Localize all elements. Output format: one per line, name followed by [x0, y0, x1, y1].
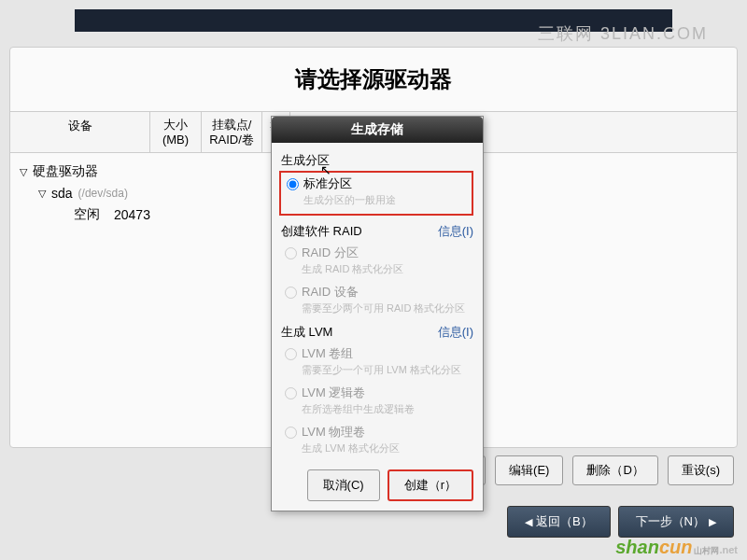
radio-lvm-vg-desc: 需要至少一个可用 LVM 格式化分区	[281, 363, 473, 382]
section-raid: 创建软件 RAID	[281, 223, 362, 240]
header-device: 设备	[10, 112, 150, 152]
radio-lvm-pv[interactable]: LVM 物理卷	[281, 421, 473, 441]
radio-raid-device-input[interactable]	[285, 287, 297, 299]
radio-raid-partition[interactable]: RAID 分区	[281, 242, 473, 262]
radio-standard-input[interactable]	[287, 178, 299, 190]
modal-title: 生成存储	[272, 117, 483, 143]
radio-lvm-pv-desc: 生成 LVM 格式化分区	[281, 441, 473, 460]
tree-free-label: 空闲	[74, 206, 100, 223]
radio-lvm-lv-label: LVM 逻辑卷	[302, 385, 365, 401]
section-partition: 生成分区	[281, 148, 473, 171]
create-storage-modal: 生成存储 生成分区 标准分区 生成分区的一般用途 创建软件 RAID 信息(I)…	[271, 116, 484, 511]
tree-free-size: 20473	[114, 207, 150, 222]
modal-cancel-button[interactable]: 取消(C)	[307, 469, 380, 501]
back-button[interactable]: 返回（B）	[507, 506, 611, 538]
header-size: 大小 (MB)	[150, 112, 202, 152]
radio-lvm-pv-label: LVM 物理卷	[302, 424, 365, 441]
lvm-info-link[interactable]: 信息(I)	[438, 324, 473, 341]
next-button[interactable]: 下一步（N）	[618, 506, 734, 538]
radio-raid-partition-desc: 生成 RAID 格式化分区	[281, 262, 473, 281]
raid-info-link[interactable]: 信息(I)	[438, 223, 473, 240]
delete-button[interactable]: 删除（D）	[572, 455, 657, 485]
radio-lvm-lv[interactable]: LVM 逻辑卷	[281, 382, 473, 402]
highlight-standard: 标准分区 生成分区的一般用途	[279, 171, 473, 216]
tree-disk-label: sda	[51, 186, 73, 201]
radio-raid-device-label: RAID 设备	[302, 284, 359, 301]
radio-raid-device-desc: 需要至少两个可用 RAID 格式化分区	[281, 301, 473, 320]
header-mount: 挂载点/ RAID/卷	[202, 112, 262, 152]
radio-lvm-vg-input[interactable]	[285, 348, 297, 360]
watermark-bottom: shancun山村网.net	[615, 537, 738, 558]
chevron-down-icon[interactable]: ▽	[20, 166, 33, 178]
radio-raid-partition-label: RAID 分区	[302, 245, 359, 261]
reset-button[interactable]: 重设(s)	[668, 455, 734, 485]
radio-standard-label: 标准分区	[303, 175, 352, 192]
nav-buttons: 返回（B） 下一步（N）	[507, 506, 734, 538]
tree-root-label: 硬盘驱动器	[33, 163, 98, 180]
edit-button[interactable]: 编辑(E)	[495, 455, 563, 485]
radio-lvm-vg[interactable]: LVM 卷组	[281, 343, 473, 363]
radio-standard-partition[interactable]: 标准分区	[283, 173, 470, 193]
radio-raid-partition-input[interactable]	[285, 247, 297, 259]
radio-lvm-lv-input[interactable]	[285, 387, 297, 399]
watermark-top: 三联网 3LIAN.COM	[538, 22, 708, 45]
section-lvm: 生成 LVM	[281, 324, 332, 341]
chevron-down-icon[interactable]: ▽	[38, 188, 51, 200]
modal-create-button[interactable]: 创建（r）	[388, 469, 473, 501]
radio-raid-device[interactable]: RAID 设备	[281, 281, 473, 301]
radio-standard-desc: 生成分区的一般用途	[283, 193, 470, 212]
radio-lvm-vg-label: LVM 卷组	[302, 345, 353, 362]
radio-lvm-pv-input[interactable]	[285, 427, 297, 439]
page-title: 请选择源驱动器	[10, 48, 737, 111]
radio-lvm-lv-desc: 在所选卷组中生成逻辑卷	[281, 402, 473, 421]
tree-disk-path: (/dev/sda)	[78, 187, 128, 200]
